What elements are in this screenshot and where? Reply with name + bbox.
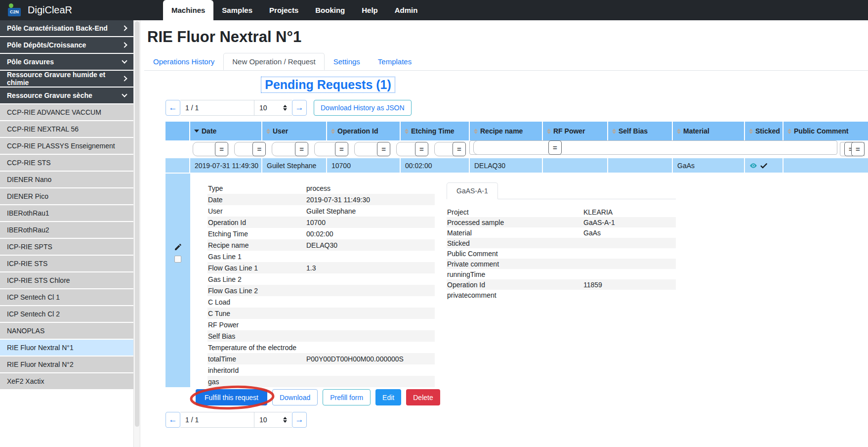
edit-button[interactable]: Edit [375,389,401,405]
top-nav-item[interactable]: Projects [261,0,307,20]
equals-icon: = [419,145,424,153]
sample-row: Public Comment [447,248,676,259]
machine-tab[interactable]: New Operation / Request [223,53,324,70]
detail-label: RF Power [207,321,306,329]
column-header[interactable]: Operation Id [327,122,401,140]
top-nav-item[interactable]: Admin [386,0,426,20]
machine-tab[interactable]: Operations History [144,53,223,70]
sidebar-item[interactable]: Ressource Gravure humide et chimie [0,71,133,87]
sort-icon[interactable] [331,129,335,134]
sidebar-item-label: Pôle Caractérisation Back-End [7,24,108,32]
request-row[interactable]: 2019-07-31 11:49:30 Guilet Stephane 10 [165,158,868,173]
sample-tab[interactable]: GaAS-A-1 [447,182,498,199]
row-checkbox[interactable] [174,256,181,263]
machine-tab[interactable]: Settings [325,53,369,70]
page-size-value: 10 [259,104,267,112]
filter-operator-button[interactable]: = [548,140,562,155]
detail-value: 10700 [306,219,435,226]
sidebar-item[interactable]: XeF2 Xactix [0,373,133,389]
top-nav-item[interactable]: Booking [307,0,353,20]
sidebar-item[interactable]: IBERothRau2 [0,222,133,238]
filter-operator-button[interactable]: = [295,142,308,156]
column-header[interactable]: Sticked [745,122,784,140]
sort-icon[interactable] [787,129,791,134]
sidebar-item[interactable]: CCP-RIE PLASSYS Enseignement [0,138,133,154]
sort-icon[interactable] [194,130,199,133]
sidebar-item[interactable]: ICP-RIE STS [0,256,133,271]
column-header[interactable]: User [262,122,327,140]
sort-icon[interactable] [405,129,409,134]
sidebar-item[interactable]: ICP-RIE STS Chlore [0,272,133,288]
sidebar-item[interactable]: ICP Sentech Cl 2 [0,306,133,322]
column-header[interactable]: Date [190,122,262,140]
filter-operator-button[interactable]: = [377,142,390,156]
detail-label: Flow Gas Line 2 [207,287,306,295]
sidebar-item-label: ICP-RIE STS [7,260,47,268]
column-header[interactable]: Recipe name [470,122,543,140]
sort-icon[interactable] [749,129,753,134]
filter-operator-button[interactable]: = [453,142,466,156]
filter-operator-button[interactable]: = [215,142,228,156]
sidebar-item-label: Pôle Gravures [7,58,54,66]
sidebar-scrollbar[interactable] [133,20,140,447]
sample-value-text: GaAs [583,229,601,237]
edit-pencil-icon[interactable] [174,243,182,251]
sidebar-item[interactable]: DIENER Pico [0,188,133,204]
top-nav-item[interactable]: Help [353,0,386,20]
top-nav-item[interactable]: Samples [213,0,261,20]
filter-operator-button[interactable]: = [851,142,865,156]
machine-tab[interactable]: Templates [369,53,420,70]
sidebar-item[interactable]: Pôle Caractérisation Back-End [0,20,133,36]
sidebar-item[interactable]: ICP-RIE SPTS [0,239,133,255]
sample-label: Public Comment [447,250,583,258]
sidebar-scrollbar-thumb[interactable] [135,21,139,427]
column-header[interactable]: RF Power [543,122,608,140]
sidebar-item[interactable]: CCP-RIE STS [0,155,133,171]
filter-operator-button[interactable]: = [252,142,266,156]
prefill-form-button[interactable]: Prefill form [323,389,371,405]
next-page-button[interactable]: → [292,412,307,428]
detail-label: C Load [207,298,306,306]
sort-icon[interactable] [474,129,478,134]
detail-label: Etching Time [207,230,306,238]
filter-cell: = all [190,140,232,158]
page-size-select[interactable]: 10 [254,412,292,428]
sidebar-item[interactable]: NANOPLAS [0,323,133,339]
filter-operator-button[interactable]: = [415,142,428,156]
column-header-label: RF Power [553,127,585,135]
detail-label: User [207,207,306,215]
sidebar-item[interactable]: RIE Fluor Nextral N°1 [0,340,133,356]
column-header[interactable]: Material [673,122,745,140]
sort-icon[interactable] [266,129,270,134]
fulfill-request-button[interactable]: Fulfill this request [196,389,267,405]
column-header[interactable]: Etching Time [401,122,470,140]
prev-page-button[interactable]: ← [165,100,180,116]
download-history-json-button[interactable]: Download History as JSON [314,100,412,116]
column-header-label: Date [202,127,216,135]
sidebar-item[interactable]: ICP Sentech Cl 1 [0,289,133,305]
sidebar-item[interactable]: Pôle Dépôts/Croissance [0,37,133,53]
filter-operator-button[interactable]: = [335,142,348,156]
sidebar-item[interactable]: RIE Fluor Nextral N°2 [0,357,133,372]
eye-icon[interactable] [749,162,757,170]
column-header[interactable]: Self Bias [608,122,673,140]
sort-icon[interactable] [677,129,681,134]
sort-icon[interactable] [547,129,551,134]
sidebar-item[interactable]: Pôle Gravures [0,54,133,70]
column-header[interactable]: Public Comment [784,122,868,140]
top-nav-item[interactable]: Machines [163,0,213,20]
page-size-select[interactable]: 10 [254,100,292,116]
sidebar-item[interactable]: CCP-RIE ADVANCE VACCUM [0,104,133,120]
download-button[interactable]: Download [272,389,318,405]
sidebar-item[interactable]: Ressource Gravure sèche [0,88,133,103]
prev-page-button[interactable]: ← [165,412,180,428]
sample-row: Processed sample GaAS-A-1 [447,217,676,227]
column-header-label: Recipe name [480,127,523,135]
sort-icon[interactable] [612,129,616,134]
next-page-button[interactable]: → [292,100,307,116]
sidebar-item[interactable]: DIENER Nano [0,172,133,187]
sidebar-item[interactable]: CCP-RIE NEXTRAL 56 [0,121,133,137]
sidebar-item[interactable]: IBERothRau1 [0,205,133,221]
sidebar-item-label: NANOPLAS [7,327,44,335]
delete-button[interactable]: Delete [406,389,440,405]
